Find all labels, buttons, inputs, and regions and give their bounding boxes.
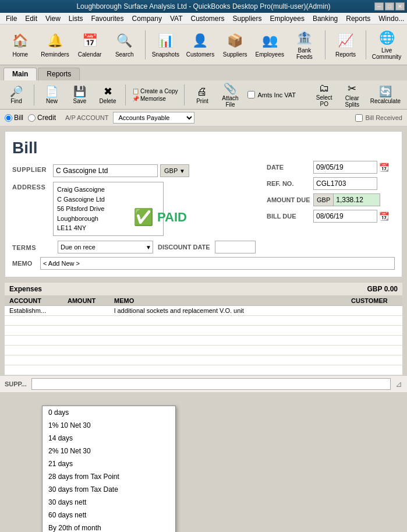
print-button[interactable]: 🖨 Print [189, 82, 215, 108]
expenses-tab[interactable]: Expenses [9, 285, 42, 293]
terms-dropdown[interactable]: 0 days 1% 10 Net 30 14 days 2% 10 Net 30… [42, 406, 176, 532]
window-controls[interactable]: ─ □ ✕ [374, 2, 405, 10]
amount-due-input[interactable] [334, 193, 380, 206]
ap-account-select[interactable]: Accounts Payable [113, 112, 194, 124]
select-po-button[interactable]: 🗂 Select PO [312, 82, 337, 108]
home-icon: 🏠 [11, 31, 30, 50]
discount-date-input[interactable] [215, 241, 256, 253]
close-button[interactable]: ✕ [395, 2, 405, 10]
resize-handle[interactable]: ⊿ [395, 379, 402, 389]
amts-inc-vat-group[interactable]: Amts Inc VAT [247, 91, 296, 98]
table-row-empty-5 [5, 355, 402, 365]
tab-main[interactable]: Main [3, 68, 37, 80]
menu-view[interactable]: View [42, 14, 64, 23]
row-account: Establishm... [9, 307, 68, 314]
menu-favourites[interactable]: Favourites [88, 14, 128, 23]
bill-radio-label[interactable]: Bill [5, 114, 23, 122]
menu-customers[interactable]: Customers [187, 14, 228, 23]
reports-label: Reports [335, 51, 356, 58]
table-row-empty-6 [5, 365, 402, 375]
paid-check-icon: ✅ [133, 207, 154, 227]
expenses-area: Expenses GBP 0.00 ACCOUNT AMOUNT MEMO CU… [5, 282, 402, 375]
dropdown-item-20th[interactable]: By 20th of month [43, 522, 175, 532]
amts-inc-vat-checkbox[interactable] [247, 91, 255, 98]
toolbar-employees[interactable]: 👥 Employees [253, 28, 286, 62]
create-copy-button[interactable]: 📋 Create a Copy [130, 87, 179, 95]
reports-icon: 📈 [336, 31, 355, 50]
dropdown-item-30nett[interactable]: 30 days nett [43, 496, 175, 509]
menu-banking[interactable]: Banking [309, 14, 341, 23]
menu-file[interactable]: File [2, 14, 20, 23]
expenses-total: GBP 0.00 [367, 285, 398, 293]
toolbar-snapshots[interactable]: 📊 Snapshots [149, 28, 183, 62]
save-button[interactable]: 💾 Save [67, 82, 93, 108]
credit-radio-label[interactable]: Credit [28, 114, 56, 122]
clear-splits-button[interactable]: ✂ Clear Splits [339, 82, 365, 108]
ref-no-input[interactable] [313, 177, 377, 190]
memorise-button[interactable]: 📌 Memorise [130, 95, 179, 103]
currency-button[interactable]: GBP ▼ [160, 164, 189, 177]
bill-radio[interactable] [5, 114, 12, 122]
suppliers-icon: 📦 [226, 31, 245, 50]
bill-due-input[interactable] [313, 210, 377, 223]
toolbar-customers[interactable]: 👤 Customers [183, 28, 217, 62]
menu-lists[interactable]: Lists [65, 14, 87, 23]
date-input[interactable] [313, 161, 377, 174]
recalculate-button[interactable]: 🔄 Recalculate [367, 82, 404, 108]
new-button[interactable]: 📄 New [39, 82, 65, 108]
col-memo-header: MEMO [114, 297, 351, 304]
menu-suppliers[interactable]: Suppliers [229, 14, 265, 23]
calendar-icon: 📅 [80, 31, 99, 50]
currency-label: GBP [164, 167, 178, 174]
memo-input[interactable] [40, 257, 395, 270]
dropdown-item-28days[interactable]: 28 days from Tax Point [43, 470, 175, 483]
dropdown-item-60nett[interactable]: 60 days nett [43, 509, 175, 522]
sub-divider-3 [184, 84, 185, 105]
tab-reports[interactable]: Reports [38, 68, 80, 80]
delete-label: Delete [100, 98, 116, 104]
toolbar-calendar[interactable]: 📅 Calendar [73, 28, 107, 62]
terms-select-wrapper[interactable]: ▼ [58, 241, 153, 253]
menu-vat[interactable]: VAT [167, 14, 186, 23]
memorise-icon: 📌 [132, 96, 139, 102]
dropdown-item-1pct[interactable]: 1% 10 Net 30 [43, 419, 175, 432]
dropdown-item-14days[interactable]: 14 days [43, 432, 175, 445]
attach-file-button[interactable]: 📎 Attach File [217, 82, 243, 108]
memo-label: MEMO [12, 260, 36, 267]
minimize-button[interactable]: ─ [374, 2, 384, 10]
toolbar-reminders[interactable]: 🔔 Reminders [38, 28, 72, 62]
discount-date-label: DISCOUNT DATE [158, 244, 210, 251]
dropdown-item-21days[interactable]: 21 days [43, 457, 175, 470]
delete-button[interactable]: ✖ Delete [95, 82, 121, 108]
toolbar-suppliers[interactable]: 📦 Suppliers [218, 28, 252, 62]
sub-divider-2 [125, 84, 126, 105]
dropdown-item-2pct[interactable]: 2% 10 Net 30 [43, 445, 175, 457]
menu-window[interactable]: Windo... [375, 14, 407, 23]
maximize-button[interactable]: □ [385, 2, 394, 10]
terms-input[interactable] [58, 241, 153, 253]
table-row-empty-4 [5, 346, 402, 355]
menu-employees[interactable]: Employees [267, 14, 308, 23]
dropdown-item-0days[interactable]: 0 days [43, 406, 175, 419]
toolbar-bank-feeds[interactable]: 🏦 Bank Feeds [288, 28, 321, 62]
credit-radio[interactable] [28, 114, 36, 122]
footer-input[interactable] [31, 378, 391, 390]
date-calendar-icon[interactable]: 📆 [379, 163, 389, 172]
toolbar-live-community[interactable]: 🌐 Live Community [370, 28, 404, 62]
find-button[interactable]: 🔎 Find [3, 82, 29, 108]
menu-edit[interactable]: Edit [22, 14, 41, 23]
supplier-input[interactable] [53, 164, 158, 177]
menu-reports[interactable]: Reports [342, 14, 374, 23]
dropdown-item-30days-tax[interactable]: 30 days from Tax Date [43, 483, 175, 496]
bill-due-calendar-icon[interactable]: 📆 [379, 212, 389, 221]
paid-badge: ✅ PAID [133, 207, 187, 227]
bill-received-group[interactable]: Bill Received [355, 114, 402, 122]
bill-form: Bill SUPPLIER GBP ▼ ADDRESS Craig Gascoi… [5, 131, 402, 277]
toolbar-reports[interactable]: 📈 Reports [329, 28, 363, 62]
toolbar-home[interactable]: 🏠 Home [3, 28, 37, 62]
bank-feeds-label: Bank Feeds [289, 47, 320, 60]
menu-company[interactable]: Company [129, 14, 165, 23]
toolbar-search[interactable]: 🔍 Search [108, 28, 141, 62]
bill-received-checkbox[interactable] [355, 114, 363, 122]
ap-select-wrapper[interactable]: Accounts Payable [113, 112, 194, 124]
